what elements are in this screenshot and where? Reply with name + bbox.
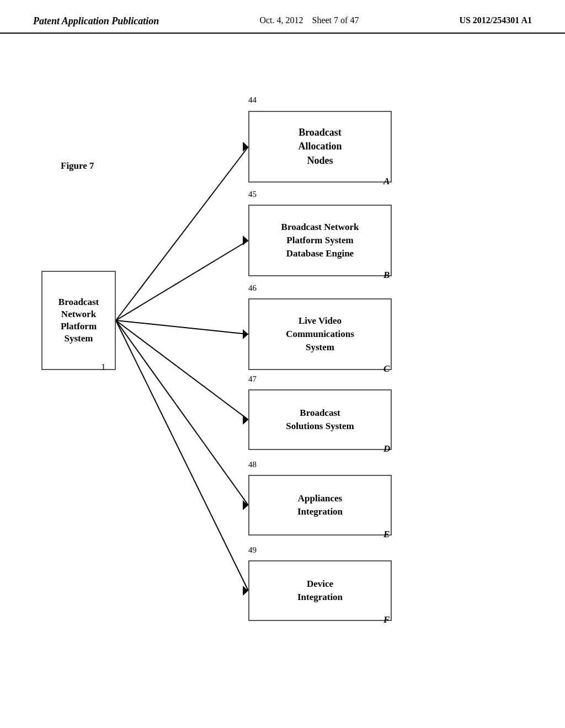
- node-43-number: 1: [101, 362, 106, 373]
- node-48-box: AppliancesIntegration: [248, 475, 392, 536]
- header-publication-label: Patent Application Publication: [33, 15, 159, 27]
- node-45-box: Broadcast NetworkPlatform SystemDatabase…: [248, 205, 392, 276]
- node-48-corner: E: [383, 529, 390, 540]
- page-header: Patent Application Publication Oct. 4, 2…: [0, 0, 565, 34]
- svg-line-2: [116, 240, 248, 320]
- node-49-number: 49: [248, 545, 257, 555]
- header-date: Oct. 4, 2012: [259, 15, 303, 25]
- node-46-number: 46: [248, 283, 257, 293]
- svg-marker-1: [243, 142, 248, 152]
- node-49-box: DeviceIntegration: [248, 560, 392, 621]
- header-sheet: Sheet 7 of 47: [312, 15, 359, 25]
- svg-line-0: [116, 147, 248, 320]
- node-47-number: 47: [248, 374, 257, 384]
- svg-marker-11: [243, 586, 248, 596]
- header-patent-number: US 2012/254301 A1: [459, 15, 532, 25]
- svg-marker-9: [243, 500, 248, 510]
- svg-line-4: [116, 320, 248, 334]
- svg-line-8: [116, 320, 248, 505]
- svg-marker-3: [243, 235, 248, 245]
- node-48-label: AppliancesIntegration: [297, 492, 343, 518]
- node-45-corner: B: [383, 270, 390, 281]
- node-46-box: Live VideoCommunicationsSystem: [248, 298, 392, 370]
- node-43-box: BroadcastNetworkPlatformSystem: [41, 271, 116, 370]
- node-46-corner: C: [383, 363, 390, 374]
- node-44-label: BroadcastAllocationNodes: [299, 126, 342, 168]
- node-43-label: BroadcastNetworkPlatformSystem: [58, 296, 99, 345]
- svg-marker-7: [243, 415, 248, 425]
- node-46-label: Live VideoCommunicationsSystem: [286, 314, 354, 354]
- node-44-box: BroadcastAllocationNodes: [248, 111, 392, 183]
- node-47-box: BroadcastSolutions System: [248, 389, 392, 450]
- node-44-number: 44: [248, 95, 257, 105]
- svg-line-10: [116, 320, 248, 591]
- node-47-corner: D: [383, 443, 390, 454]
- figure-label: Figure 7: [61, 160, 94, 172]
- node-45-number: 45: [248, 190, 257, 199]
- diagram-area: Figure 7 BroadcastNetworkPlatformSystem …: [0, 34, 565, 718]
- node-45-label: Broadcast NetworkPlatform SystemDatabase…: [281, 221, 359, 260]
- node-48-number: 48: [248, 460, 257, 469]
- header-date-sheet: Oct. 4, 2012 Sheet 7 of 47: [259, 15, 359, 25]
- node-44-corner: A: [383, 176, 390, 187]
- node-47-label: BroadcastSolutions System: [286, 406, 354, 433]
- node-49-corner: F: [383, 614, 390, 625]
- svg-marker-5: [243, 329, 248, 339]
- node-49-label: DeviceIntegration: [297, 577, 343, 604]
- svg-line-6: [116, 320, 248, 420]
